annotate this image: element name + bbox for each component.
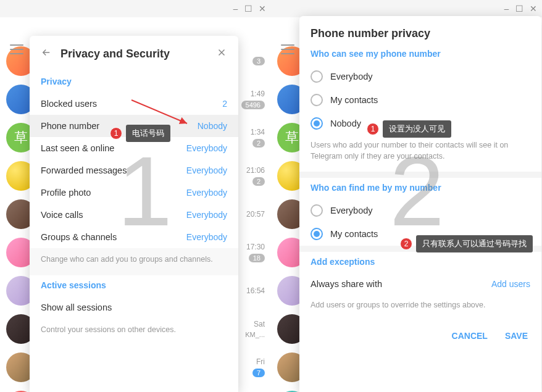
chat-time: 20:57 bbox=[246, 210, 265, 219]
row-value: Everybody bbox=[186, 165, 227, 175]
annotation-bullet: 2 bbox=[400, 238, 412, 250]
row-value: Everybody bbox=[186, 232, 227, 242]
radio-label: Nobody bbox=[330, 119, 361, 128]
unread-badge: 7 bbox=[252, 369, 265, 377]
unread-badge: 5496 bbox=[241, 101, 265, 109]
privacy-hint: Change who can add you to groups and cha… bbox=[30, 248, 238, 275]
row-value: Everybody bbox=[186, 210, 227, 220]
radio-find-everybody[interactable]: Everybody bbox=[299, 199, 541, 222]
radio-icon bbox=[311, 228, 323, 240]
radio-label: Everybody bbox=[330, 72, 373, 81]
privacy-security-modal: Privacy and Security Privacy Blocked use… bbox=[30, 36, 238, 392]
minimize-icon[interactable]: ‒ bbox=[233, 4, 238, 14]
cancel-button[interactable]: CANCEL bbox=[452, 331, 488, 341]
radio-label: Everybody bbox=[330, 206, 373, 215]
modal-title: Phone number privacy bbox=[311, 27, 430, 40]
close-window-icon[interactable]: ✕ bbox=[259, 4, 266, 14]
row-label: Voice calls bbox=[41, 210, 83, 220]
annotation-label: 只有联系人可以通过号码寻找 bbox=[416, 235, 533, 252]
radio-icon bbox=[311, 94, 323, 106]
save-button[interactable]: SAVE bbox=[505, 331, 528, 341]
hamburger-icon[interactable] bbox=[10, 44, 23, 54]
annotation-label: 电话号码 bbox=[126, 125, 170, 142]
radio-see-contacts[interactable]: My contacts bbox=[299, 88, 541, 112]
chat-time: 17:30 bbox=[246, 243, 265, 251]
row-label: Profile photo bbox=[41, 188, 91, 198]
window-controls: ‒ ☐ ✕ bbox=[233, 4, 266, 14]
annotation-phone: 1 电话号码 bbox=[110, 125, 170, 142]
chat-time: 1:49 bbox=[251, 90, 265, 98]
section-sessions-title: Active sessions bbox=[30, 275, 238, 296]
unread-badge: 18 bbox=[249, 254, 265, 262]
row-label: Groups & channels bbox=[41, 232, 117, 242]
annotation-bullet: 1 bbox=[367, 123, 379, 135]
row-show-sessions[interactable]: Show all sessions bbox=[30, 296, 238, 319]
add-users-link[interactable]: Add users bbox=[491, 279, 530, 289]
row-label: Forwarded messages bbox=[41, 165, 127, 175]
annotation-label: 设置为没人可见 bbox=[383, 120, 451, 138]
maximize-icon[interactable]: ☐ bbox=[515, 4, 523, 14]
unread-badge: 2 bbox=[252, 177, 265, 186]
maximize-icon[interactable]: ☐ bbox=[244, 4, 252, 14]
phone-privacy-modal: Phone number privacy Who can see my phon… bbox=[299, 16, 541, 392]
row-forwarded-messages[interactable]: Forwarded messagesEverybody bbox=[30, 159, 238, 181]
chat-time: 16:54 bbox=[246, 286, 265, 295]
window-controls: ‒ ☐ ✕ bbox=[504, 4, 537, 14]
chat-time: Sat bbox=[254, 320, 265, 328]
section-find-title: Who can find me by my number bbox=[299, 178, 541, 199]
row-voice-calls[interactable]: Voice callsEverybody bbox=[30, 204, 238, 226]
minimize-icon[interactable]: ‒ bbox=[504, 4, 509, 14]
row-profile-photo[interactable]: Profile photoEverybody bbox=[30, 181, 238, 204]
section-privacy-title: Privacy bbox=[30, 72, 238, 93]
annotation-bullet: 1 bbox=[110, 127, 122, 140]
row-value: 2 bbox=[222, 99, 227, 109]
svg-line-0 bbox=[131, 100, 187, 123]
modal-title: Privacy and Security bbox=[60, 48, 170, 60]
row-label: Always share with bbox=[311, 279, 382, 289]
row-label: Phone number bbox=[41, 121, 99, 131]
close-icon[interactable] bbox=[216, 47, 227, 60]
back-icon[interactable] bbox=[41, 47, 52, 60]
hamburger-icon[interactable] bbox=[281, 44, 294, 54]
radio-icon bbox=[311, 117, 323, 130]
row-label: Blocked users bbox=[41, 99, 97, 109]
close-window-icon[interactable]: ✕ bbox=[530, 4, 537, 14]
chat-time: Fri bbox=[256, 357, 265, 366]
row-label: Show all sessions bbox=[41, 302, 112, 312]
exceptions-note: Add users or groups to override the sett… bbox=[299, 295, 541, 321]
left-pane: ‒ ☐ ✕ 3 1:495496 草1:342 21:062 20:57 17:… bbox=[0, 0, 271, 392]
unread-badge: 2 bbox=[252, 139, 265, 148]
chat-time: 1:34 bbox=[251, 128, 265, 136]
row-value: Nobody bbox=[198, 121, 227, 131]
radio-icon bbox=[311, 70, 323, 83]
radio-see-everybody[interactable]: Everybody bbox=[299, 65, 541, 88]
row-groups-channels[interactable]: Groups & channelsEverybody bbox=[30, 226, 238, 248]
section-see-title: Who can see my phone number bbox=[299, 44, 541, 65]
see-note: Users who add your number to their conta… bbox=[299, 135, 541, 172]
chat-time: 21:06 bbox=[246, 166, 265, 175]
row-label: Last seen & online bbox=[41, 143, 114, 153]
row-always-share[interactable]: Always share withAdd users bbox=[299, 273, 541, 295]
row-value: Everybody bbox=[186, 143, 227, 153]
right-pane: ‒ ☐ ✕ 3 1:495496 草1:342 21:062 20:57 17:… bbox=[271, 0, 542, 392]
sessions-hint: Control your sessions on other devices. bbox=[30, 319, 238, 346]
section-exceptions-title: Add exceptions bbox=[299, 252, 541, 273]
radio-label: My contacts bbox=[330, 95, 378, 105]
radio-icon bbox=[311, 204, 323, 217]
annotation-contacts: 2 只有联系人可以通过号码寻找 bbox=[400, 235, 533, 252]
annotation-nobody: 1 设置为没人可见 bbox=[367, 120, 451, 138]
radio-label: My contacts bbox=[330, 229, 378, 239]
row-value: Everybody bbox=[186, 188, 227, 198]
unread-badge: 3 bbox=[252, 57, 265, 65]
